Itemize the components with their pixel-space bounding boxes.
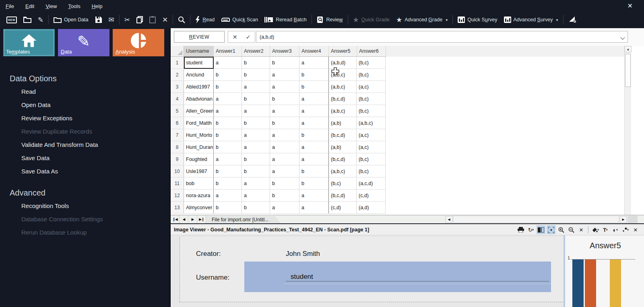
email-button[interactable]: ✉	[105, 14, 118, 26]
grid-cell[interactable]: (b,c)	[357, 153, 386, 165]
grid-cell[interactable]: nora-azura	[184, 190, 214, 202]
column-header-answer5[interactable]: Answer5	[329, 46, 357, 57]
quick-scan-button[interactable]: Quick Scan	[218, 14, 261, 26]
menu-tools[interactable]: Tools	[68, 3, 80, 9]
column-header-answer3[interactable]: Answer3	[270, 46, 299, 57]
chevron-down-icon[interactable]	[620, 35, 625, 39]
row-number[interactable]: 11	[171, 177, 184, 190]
confirm-edit-icon[interactable]: ✓	[242, 31, 255, 42]
dots-tool-icon[interactable]: ▾	[621, 225, 630, 234]
grid-cell[interactable]: b	[299, 81, 329, 93]
grid-cell[interactable]: b	[270, 57, 299, 69]
formula-bar-input[interactable]: (a,b,d)	[256, 31, 628, 43]
grid-cell[interactable]: a	[214, 153, 242, 165]
grid-cell[interactable]: b	[270, 177, 299, 190]
grid-cell[interactable]: Almyconver	[184, 202, 214, 214]
grid-cell[interactable]: b	[299, 69, 329, 81]
grid-cell[interactable]: a	[299, 202, 329, 214]
grid-cell[interactable]: a	[270, 81, 299, 93]
row-number[interactable]: 6	[171, 117, 184, 129]
menu-view[interactable]: View	[45, 3, 57, 9]
horizontal-scrollbar-track[interactable]	[453, 216, 619, 223]
grid-cell[interactable]: a	[242, 141, 270, 153]
rotate-icon[interactable]: ↻▾	[526, 225, 535, 234]
close-icon[interactable]: ✕	[627, 2, 633, 10]
grid-cell[interactable]: (a,b)	[328, 141, 357, 153]
column-header-answer2[interactable]: Answer2	[242, 46, 270, 57]
grid-cell[interactable]: b	[242, 57, 270, 69]
grid-cell[interactable]: (b,c)	[357, 69, 386, 81]
grid-cell[interactable]: a	[270, 165, 299, 177]
grid-cell[interactable]: b	[242, 165, 270, 177]
grid-cell[interactable]: (b,c,d)	[328, 153, 357, 165]
row-number[interactable]: 7	[171, 129, 184, 141]
advanced-survey-button[interactable]: Advanced Survey ▾	[501, 14, 561, 26]
grid-cell[interactable]: a	[270, 129, 299, 141]
prev-record-icon[interactable]: ◀	[180, 215, 188, 223]
row-number[interactable]: 2	[171, 69, 184, 81]
grid-cell[interactable]: a	[299, 93, 329, 105]
grid-cell[interactable]: a	[270, 141, 299, 153]
sidebar-item-read[interactable]: Read	[21, 85, 171, 98]
grid-cell[interactable]: b	[214, 177, 242, 190]
column-header-answer6[interactable]: Answer6	[357, 46, 386, 57]
sidebar-item-save-data-as[interactable]: Save Data As	[21, 165, 171, 178]
copy-button[interactable]	[133, 14, 146, 26]
row-number[interactable]: 8	[171, 141, 184, 153]
grid-cell[interactable]: a	[242, 177, 270, 190]
column-header-username[interactable]: Username	[184, 46, 214, 57]
cut-button[interactable]: ✂	[121, 14, 133, 26]
menu-help[interactable]: Help	[92, 3, 103, 9]
grid-cell[interactable]: Hunt_Duran	[184, 141, 214, 153]
review-mode-button[interactable]: REVIEW	[174, 31, 225, 43]
reread-batch-button[interactable]: Reread Batch	[261, 14, 310, 26]
sidebar-item-validate-and-transform-data[interactable]: Validate And Transform Data	[21, 138, 171, 151]
grid-cell[interactable]: a	[270, 69, 299, 81]
grid-cell[interactable]: (a,b,c)	[357, 117, 386, 129]
column-header-answer4[interactable]: Answer4	[299, 46, 329, 57]
cancel-edit-icon[interactable]: ✕	[228, 31, 242, 42]
row-number[interactable]: 10	[171, 165, 184, 177]
quick-grade-button[interactable]: ★ Quick Grade	[350, 14, 393, 26]
text-tool-icon[interactable]: T▾	[601, 225, 610, 234]
grid-cell[interactable]: a	[214, 105, 242, 117]
delete-button[interactable]: ✕	[159, 14, 171, 26]
open-data-button[interactable]: Open Data	[50, 14, 91, 26]
grid-cell[interactable]: Ford_Matth	[184, 117, 214, 129]
save-button[interactable]	[92, 14, 105, 26]
auto-focus-icon[interactable]	[547, 225, 555, 234]
sidebar-item-recognition-tools[interactable]: Recognition Tools	[21, 199, 171, 212]
scrollbar-thumb[interactable]	[625, 54, 631, 87]
grid-cell[interactable]: b	[214, 165, 242, 177]
grid-cell[interactable]: a	[299, 117, 329, 129]
close-region-icon[interactable]: ✕	[577, 225, 586, 234]
grid-cell[interactable]: a	[214, 93, 242, 105]
grid-cell[interactable]: b	[242, 153, 270, 165]
print-icon[interactable]	[516, 225, 525, 234]
contrast-tool-icon[interactable]: ◐▾	[611, 225, 620, 234]
grid-cell[interactable]: a	[270, 105, 299, 117]
grid-cell[interactable]: b	[242, 69, 270, 81]
tile-templates[interactable]: Templates	[3, 29, 55, 56]
grid-cell[interactable]: (b,c,d)	[328, 93, 357, 105]
grid-cell[interactable]: (a,b,d)	[328, 57, 357, 69]
grid-cell[interactable]: b	[242, 117, 270, 129]
row-number[interactable]: 12	[171, 190, 184, 202]
grid-cell[interactable]: b	[242, 202, 270, 214]
grid-cell[interactable]: (b,c)	[357, 57, 386, 69]
sidebar-item-review-exceptions[interactable]: Review Exceptions	[21, 111, 171, 125]
grid-cell[interactable]: b	[214, 202, 242, 214]
new-button[interactable]: NEW	[3, 14, 20, 26]
menu-edit[interactable]: Edit	[25, 3, 34, 9]
grid-cell[interactable]: a	[270, 202, 299, 214]
grid-cell[interactable]: Anclund	[184, 69, 214, 81]
select-all-corner[interactable]	[171, 46, 184, 57]
grid-cell[interactable]: (c,d)	[357, 190, 386, 202]
grid-cell[interactable]: b	[299, 165, 329, 177]
grid-cell[interactable]: a	[299, 153, 329, 165]
grid-cell[interactable]: a	[299, 190, 329, 202]
grid-cell[interactable]: a	[242, 81, 270, 93]
zoom-out-icon[interactable]	[567, 225, 576, 234]
last-record-icon[interactable]: ▶❙	[197, 215, 206, 223]
vertical-scrollbar[interactable]: ▲ ▼	[624, 46, 631, 221]
